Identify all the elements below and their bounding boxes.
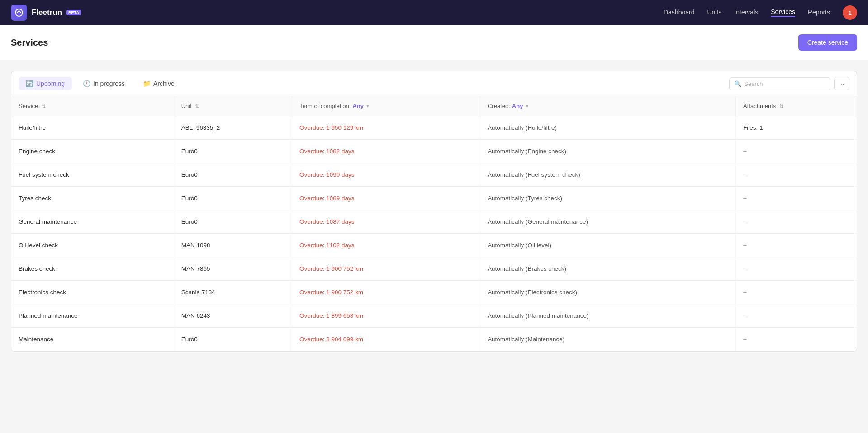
cell-created-3: Automatically (Tyres check): [480, 187, 735, 210]
cell-service-9: Maintenance: [11, 328, 174, 351]
brand-logo-icon: [11, 5, 27, 21]
cell-attachments-5: –: [736, 234, 857, 257]
cell-term-6: Overdue: 1 900 752 km: [292, 257, 480, 281]
brand-name: Fleetrun: [32, 8, 62, 17]
cell-created-7: Automatically (Electronics check): [480, 281, 735, 304]
th-term-arrow-icon: ▼: [365, 104, 370, 108]
svg-point-0: [15, 9, 23, 16]
notification-bell[interactable]: 1: [843, 5, 857, 20]
cell-created-0: Automatically (Huile/filtre): [480, 116, 735, 140]
toolbar: 🔄 Upcoming 🕐 In progress 📁 Archive 🔍 ···: [11, 71, 857, 96]
table-body: Huile/filtre ABL_96335_2 Overdue: 1 950 …: [11, 116, 857, 351]
nav-intervals[interactable]: Intervals: [734, 9, 758, 17]
th-term[interactable]: Term of completion: Any ▼: [292, 96, 480, 116]
cell-attachments-2: –: [736, 163, 857, 187]
navbar: FleetrunBETA Dashboard Units Intervals S…: [0, 0, 868, 25]
th-service[interactable]: Service ⇅: [11, 96, 174, 116]
cell-unit-1: Euro0: [174, 140, 292, 163]
cell-attachments-8: –: [736, 304, 857, 328]
cell-unit-4: Euro0: [174, 210, 292, 234]
th-attachments[interactable]: Attachments ⇅: [736, 96, 857, 116]
table-row[interactable]: Planned maintenance MAN 6243 Overdue: 1 …: [11, 304, 857, 328]
table-row[interactable]: Electronics check Scania 7134 Overdue: 1…: [11, 281, 857, 304]
nav-units[interactable]: Units: [707, 9, 721, 17]
cell-attachments-0: Files: 1: [736, 116, 857, 140]
nav-reports[interactable]: Reports: [808, 9, 830, 17]
tab-inprogress[interactable]: 🕐 In progress: [76, 77, 132, 90]
cell-created-8: Automatically (Planned maintenance): [480, 304, 735, 328]
cell-attachments-3: –: [736, 187, 857, 210]
cell-service-2: Fuel system check: [11, 163, 174, 187]
table-row[interactable]: Engine check Euro0 Overdue: 1082 days Au…: [11, 140, 857, 163]
table-row[interactable]: Huile/filtre ABL_96335_2 Overdue: 1 950 …: [11, 116, 857, 140]
table-wrapper: Service ⇅ Unit ⇅ Term of completion: Any…: [11, 96, 857, 351]
table-row[interactable]: Maintenance Euro0 Overdue: 3 904 099 km …: [11, 328, 857, 351]
cell-term-9: Overdue: 3 904 099 km: [292, 328, 480, 351]
cell-service-7: Electronics check: [11, 281, 174, 304]
cell-unit-7: Scania 7134: [174, 281, 292, 304]
th-unit[interactable]: Unit ⇅: [174, 96, 292, 116]
brand-beta-label: BETA: [66, 10, 81, 15]
sort-attachments-icon: ⇅: [779, 104, 783, 109]
cell-created-9: Automatically (Maintenance): [480, 328, 735, 351]
th-created-arrow-icon: ▼: [525, 104, 529, 108]
cell-term-4: Overdue: 1087 days: [292, 210, 480, 234]
cell-created-5: Automatically (Oil level): [480, 234, 735, 257]
cell-term-7: Overdue: 1 900 752 km: [292, 281, 480, 304]
sort-service-icon: ⇅: [42, 104, 46, 109]
cell-service-4: General maintenance: [11, 210, 174, 234]
brand-logo-area[interactable]: FleetrunBETA: [11, 5, 81, 21]
services-table: Service ⇅ Unit ⇅ Term of completion: Any…: [11, 96, 857, 351]
table-container: Service ⇅ Unit ⇅ Term of completion: Any…: [11, 96, 857, 352]
cell-term-5: Overdue: 1102 days: [292, 234, 480, 257]
create-service-button[interactable]: Create service: [798, 34, 857, 51]
tab-archive-label: Archive: [153, 80, 175, 87]
table-row[interactable]: General maintenance Euro0 Overdue: 1087 …: [11, 210, 857, 234]
cell-service-6: Brakes check: [11, 257, 174, 281]
th-term-filter-val: Any: [352, 103, 364, 109]
cell-unit-9: Euro0: [174, 328, 292, 351]
cell-service-3: Tyres check: [11, 187, 174, 210]
th-created-label: Created:: [488, 103, 510, 109]
cell-term-1: Overdue: 1082 days: [292, 140, 480, 163]
sort-unit-icon: ⇅: [195, 104, 199, 109]
cell-unit-6: MAN 7865: [174, 257, 292, 281]
search-box: 🔍: [729, 77, 830, 90]
cell-attachments-9: –: [736, 328, 857, 351]
th-term-filter[interactable]: Term of completion: Any ▼: [299, 103, 370, 109]
cell-term-3: Overdue: 1089 days: [292, 187, 480, 210]
search-icon: 🔍: [734, 80, 741, 87]
cell-attachments-7: –: [736, 281, 857, 304]
tab-upcoming[interactable]: 🔄 Upcoming: [19, 77, 72, 90]
table-header: Service ⇅ Unit ⇅ Term of completion: Any…: [11, 96, 857, 116]
cell-attachments-4: –: [736, 210, 857, 234]
table-row[interactable]: Tyres check Euro0 Overdue: 1089 days Aut…: [11, 187, 857, 210]
th-created-filter[interactable]: Created: Any ▼: [488, 103, 529, 109]
cell-service-1: Engine check: [11, 140, 174, 163]
more-options-button[interactable]: ···: [834, 77, 849, 90]
nav-dashboard[interactable]: Dashboard: [664, 9, 695, 17]
cell-created-4: Automatically (General maintenance): [480, 210, 735, 234]
page-header: Services Create service: [0, 25, 868, 60]
tab-inprogress-label: In progress: [93, 80, 125, 87]
cell-created-1: Automatically (Engine check): [480, 140, 735, 163]
table-row[interactable]: Fuel system check Euro0 Overdue: 1090 da…: [11, 163, 857, 187]
inprogress-icon: 🕐: [83, 80, 90, 87]
upcoming-icon: 🔄: [26, 80, 33, 87]
cell-unit-8: MAN 6243: [174, 304, 292, 328]
table-row[interactable]: Oil level check MAN 1098 Overdue: 1102 d…: [11, 234, 857, 257]
nav-links: Dashboard Units Intervals Services Repor…: [664, 5, 857, 20]
th-term-label: Term of completion:: [299, 103, 351, 109]
cell-service-8: Planned maintenance: [11, 304, 174, 328]
nav-services[interactable]: Services: [771, 8, 795, 17]
cell-attachments-1: –: [736, 140, 857, 163]
th-attachments-label: Attachments: [743, 103, 776, 109]
th-created[interactable]: Created: Any ▼: [480, 96, 735, 116]
cell-service-0: Huile/filtre: [11, 116, 174, 140]
tab-archive[interactable]: 📁 Archive: [136, 77, 182, 90]
cell-created-2: Automatically (Fuel system check): [480, 163, 735, 187]
table-row[interactable]: Brakes check MAN 7865 Overdue: 1 900 752…: [11, 257, 857, 281]
cell-unit-3: Euro0: [174, 187, 292, 210]
cell-term-8: Overdue: 1 899 658 km: [292, 304, 480, 328]
search-input[interactable]: [744, 80, 825, 87]
